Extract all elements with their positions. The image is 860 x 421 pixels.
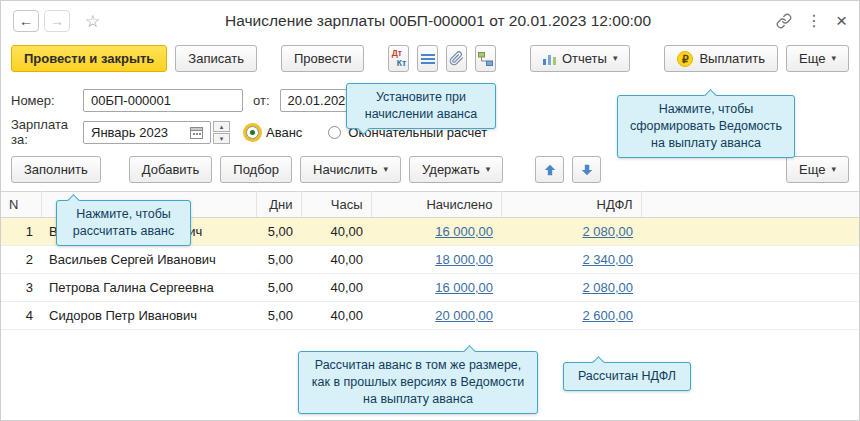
accrue-label: Начислить: [313, 162, 377, 177]
move-down-button[interactable]: [572, 156, 601, 183]
number-label: Номер:: [11, 93, 83, 108]
table-row[interactable]: 4 Сидоров Петр Иванович 5,00 40,00 20 00…: [1, 302, 859, 330]
employee-name: Сидоров Петр Иванович: [41, 302, 256, 330]
row-number: 2: [1, 246, 41, 274]
table-more-button[interactable]: Еще ▾: [786, 156, 849, 183]
toolbar-more-caret-icon: ▾: [831, 54, 836, 63]
period-label: Зарплата за:: [11, 117, 83, 147]
days-cell: 5,00: [256, 274, 301, 302]
move-down-icon: [580, 163, 594, 177]
reports-button[interactable]: Отчеты ▾: [530, 45, 630, 72]
structure-icon: [478, 52, 493, 66]
paperclip-icon: [449, 51, 464, 66]
days-cell: 5,00: [256, 218, 301, 246]
radio-advance-dot[interactable]: [246, 126, 259, 139]
accrued-link[interactable]: 20 000,00: [435, 308, 493, 323]
post-label: Провести: [294, 51, 352, 66]
hours-cell: 40,00: [301, 246, 371, 274]
table-row[interactable]: 3 Петрова Галина Сергеевна 5,00 40,00 16…: [1, 274, 859, 302]
reports-label: Отчеты: [562, 51, 607, 66]
table-command-bar: Заполнить Добавить Подбор Начислить ▾ Уд…: [11, 156, 849, 183]
column-header-ndfl[interactable]: НДФЛ: [501, 192, 641, 218]
callout-ndfl-amount: Рассчитан НДФЛ: [563, 362, 691, 391]
column-header-filler: [641, 192, 859, 218]
accrue-button[interactable]: Начислить ▾: [300, 156, 401, 183]
date-label: от:: [253, 93, 270, 108]
column-header-days[interactable]: Дни: [256, 192, 301, 218]
post-and-close-button[interactable]: Провести и закрыть: [11, 45, 167, 72]
ndfl-link[interactable]: 2 080,00: [582, 224, 633, 239]
period-field[interactable]: Январь 2023: [83, 121, 211, 144]
forward-icon: →: [50, 13, 64, 29]
ruble-icon: ₽: [677, 51, 693, 67]
accrue-caret-icon: ▾: [384, 165, 389, 174]
withhold-label: Удержать: [422, 162, 480, 177]
table-more-label: Еще: [799, 162, 825, 177]
callout-arrow-icon: [592, 356, 605, 369]
radio-advance[interactable]: Аванс: [246, 125, 302, 140]
more-menu-icon[interactable]: ⋮: [806, 13, 822, 29]
move-up-icon: [543, 163, 557, 177]
close-icon[interactable]: ×: [836, 10, 847, 32]
hours-cell: 40,00: [301, 274, 371, 302]
post-button[interactable]: Провести: [281, 45, 365, 72]
days-cell: 5,00: [256, 246, 301, 274]
toolbar-more-label: Еще: [799, 51, 825, 66]
employee-name: Васильев Сергей Иванович: [41, 246, 256, 274]
write-button[interactable]: Записать: [175, 45, 257, 72]
hours-cell: 40,00: [301, 302, 371, 330]
favorite-star-icon[interactable]: ☆: [85, 11, 100, 32]
fill-button[interactable]: Заполнить: [11, 156, 101, 183]
column-header-hours[interactable]: Часы: [301, 192, 371, 218]
titlebar-actions: ⋮ ×: [776, 10, 847, 32]
callout-advance-radio: Установите при начислении аванса: [346, 83, 496, 129]
reports-caret-icon: ▾: [613, 54, 618, 63]
page-title: Начисление зарплаты 00БП-000001 от 20.01…: [108, 12, 768, 30]
move-up-button[interactable]: [535, 156, 564, 183]
forward-button[interactable]: →: [44, 10, 70, 32]
calendar-icon[interactable]: [190, 126, 203, 139]
ndfl-link[interactable]: 2 600,00: [582, 308, 633, 323]
main-toolbar: Провести и закрыть Записать Провести ДтК…: [1, 41, 859, 80]
add-button[interactable]: Добавить: [129, 156, 212, 183]
list-icon: [421, 53, 435, 65]
withhold-button[interactable]: Удержать ▾: [409, 156, 503, 183]
register-list-button[interactable]: [417, 45, 438, 72]
pay-label: Выплатить: [699, 51, 765, 66]
pick-button[interactable]: Подбор: [220, 156, 292, 183]
accrued-link[interactable]: 16 000,00: [435, 224, 493, 239]
table-row[interactable]: 2 Васильев Сергей Иванович 5,00 40,00 18…: [1, 246, 859, 274]
attachments-button[interactable]: [446, 45, 467, 72]
pay-button[interactable]: ₽ Выплатить: [664, 45, 778, 72]
post-and-close-label: Провести и закрыть: [24, 51, 154, 66]
callout-arrow-icon: [463, 345, 476, 358]
period-value: Январь 2023: [91, 125, 168, 140]
report-chart-icon: [543, 53, 556, 65]
radio-advance-label: Аванс: [266, 125, 302, 140]
accrued-link[interactable]: 18 000,00: [435, 252, 493, 267]
add-label: Добавить: [142, 162, 199, 177]
accrued-link[interactable]: 16 000,00: [435, 280, 493, 295]
column-header-n[interactable]: N: [1, 192, 41, 218]
period-step-up-button[interactable]: ▴: [213, 121, 230, 132]
callout-pay-button: Нажмите, чтобы сформировать Ведомость на…: [617, 95, 795, 158]
ndfl-link[interactable]: 2 340,00: [582, 252, 633, 267]
period-step-down-button[interactable]: ▾: [213, 133, 230, 144]
radio-final-dot[interactable]: [328, 126, 341, 139]
ndfl-link[interactable]: 2 080,00: [582, 280, 633, 295]
show-postings-button[interactable]: ДтКт: [388, 45, 409, 72]
row-number: 1: [1, 218, 41, 246]
withhold-caret-icon: ▾: [486, 165, 491, 174]
period-stepper: ▴ ▾: [213, 121, 230, 144]
related-documents-button[interactable]: [475, 45, 496, 72]
back-button[interactable]: ←: [13, 10, 39, 32]
days-cell: 5,00: [256, 302, 301, 330]
toolbar-more-button[interactable]: Еще ▾: [786, 45, 849, 72]
pick-label: Подбор: [233, 162, 279, 177]
hours-cell: 40,00: [301, 218, 371, 246]
number-field[interactable]: 00БП-000001: [83, 89, 243, 112]
callout-advance-amount: Рассчитан аванс в том же размере, как в …: [298, 351, 538, 414]
column-header-accrued[interactable]: Начислено: [371, 192, 501, 218]
employee-name: Петрова Галина Сергеевна: [41, 274, 256, 302]
get-link-icon[interactable]: [776, 13, 792, 29]
